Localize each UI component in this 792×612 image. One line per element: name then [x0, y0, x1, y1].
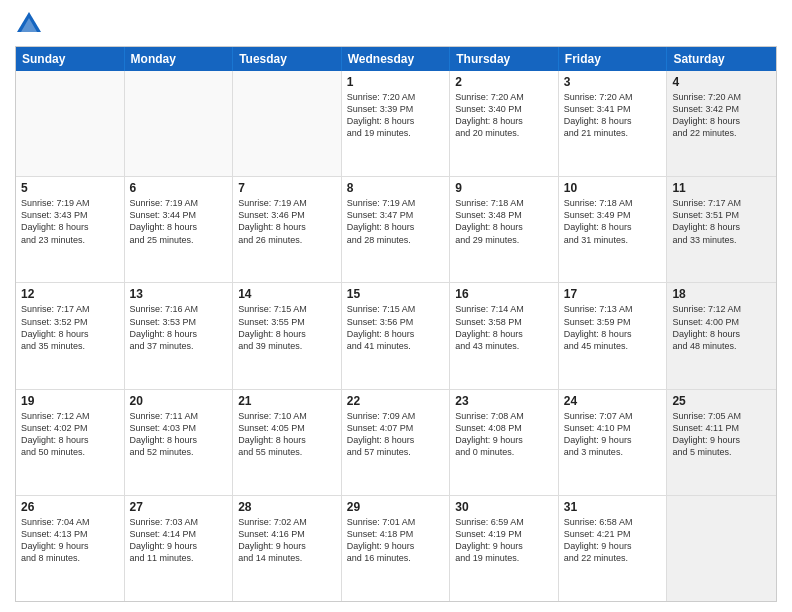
calendar-row-4: 26Sunrise: 7:04 AM Sunset: 4:13 PM Dayli… — [16, 496, 776, 601]
calendar-cell-0-5: 3Sunrise: 7:20 AM Sunset: 3:41 PM Daylig… — [559, 71, 668, 176]
cell-info: Sunrise: 7:03 AM Sunset: 4:14 PM Dayligh… — [130, 516, 228, 565]
cell-info: Sunrise: 7:05 AM Sunset: 4:11 PM Dayligh… — [672, 410, 771, 459]
day-number: 4 — [672, 75, 771, 89]
calendar-cell-3-2: 21Sunrise: 7:10 AM Sunset: 4:05 PM Dayli… — [233, 390, 342, 495]
page-header — [15, 10, 777, 38]
cell-info: Sunrise: 7:16 AM Sunset: 3:53 PM Dayligh… — [130, 303, 228, 352]
cell-info: Sunrise: 7:17 AM Sunset: 3:52 PM Dayligh… — [21, 303, 119, 352]
cell-info: Sunrise: 7:20 AM Sunset: 3:41 PM Dayligh… — [564, 91, 662, 140]
cell-info: Sunrise: 7:02 AM Sunset: 4:16 PM Dayligh… — [238, 516, 336, 565]
day-number: 9 — [455, 181, 553, 195]
cell-info: Sunrise: 7:19 AM Sunset: 3:47 PM Dayligh… — [347, 197, 445, 246]
cell-info: Sunrise: 7:17 AM Sunset: 3:51 PM Dayligh… — [672, 197, 771, 246]
day-number: 8 — [347, 181, 445, 195]
calendar-cell-2-4: 16Sunrise: 7:14 AM Sunset: 3:58 PM Dayli… — [450, 283, 559, 388]
calendar-cell-1-6: 11Sunrise: 7:17 AM Sunset: 3:51 PM Dayli… — [667, 177, 776, 282]
day-number: 10 — [564, 181, 662, 195]
cell-info: Sunrise: 7:11 AM Sunset: 4:03 PM Dayligh… — [130, 410, 228, 459]
cell-info: Sunrise: 7:20 AM Sunset: 3:39 PM Dayligh… — [347, 91, 445, 140]
calendar-cell-0-1 — [125, 71, 234, 176]
day-number: 22 — [347, 394, 445, 408]
cell-info: Sunrise: 7:13 AM Sunset: 3:59 PM Dayligh… — [564, 303, 662, 352]
calendar-cell-0-3: 1Sunrise: 7:20 AM Sunset: 3:39 PM Daylig… — [342, 71, 451, 176]
cell-info: Sunrise: 7:15 AM Sunset: 3:55 PM Dayligh… — [238, 303, 336, 352]
calendar-cell-2-2: 14Sunrise: 7:15 AM Sunset: 3:55 PM Dayli… — [233, 283, 342, 388]
cell-info: Sunrise: 7:07 AM Sunset: 4:10 PM Dayligh… — [564, 410, 662, 459]
day-number: 17 — [564, 287, 662, 301]
header-sunday: Sunday — [16, 47, 125, 71]
calendar-body: 1Sunrise: 7:20 AM Sunset: 3:39 PM Daylig… — [16, 71, 776, 601]
day-number: 18 — [672, 287, 771, 301]
calendar-cell-4-5: 31Sunrise: 6:58 AM Sunset: 4:21 PM Dayli… — [559, 496, 668, 601]
cell-info: Sunrise: 7:19 AM Sunset: 3:44 PM Dayligh… — [130, 197, 228, 246]
logo-icon — [15, 10, 43, 38]
cell-info: Sunrise: 6:58 AM Sunset: 4:21 PM Dayligh… — [564, 516, 662, 565]
calendar-row-3: 19Sunrise: 7:12 AM Sunset: 4:02 PM Dayli… — [16, 390, 776, 496]
calendar-row-1: 5Sunrise: 7:19 AM Sunset: 3:43 PM Daylig… — [16, 177, 776, 283]
day-number: 5 — [21, 181, 119, 195]
day-number: 20 — [130, 394, 228, 408]
calendar-cell-2-1: 13Sunrise: 7:16 AM Sunset: 3:53 PM Dayli… — [125, 283, 234, 388]
calendar-cell-3-4: 23Sunrise: 7:08 AM Sunset: 4:08 PM Dayli… — [450, 390, 559, 495]
cell-info: Sunrise: 7:08 AM Sunset: 4:08 PM Dayligh… — [455, 410, 553, 459]
calendar-cell-2-6: 18Sunrise: 7:12 AM Sunset: 4:00 PM Dayli… — [667, 283, 776, 388]
header-saturday: Saturday — [667, 47, 776, 71]
cell-info: Sunrise: 7:04 AM Sunset: 4:13 PM Dayligh… — [21, 516, 119, 565]
header-friday: Friday — [559, 47, 668, 71]
day-number: 2 — [455, 75, 553, 89]
calendar-cell-0-6: 4Sunrise: 7:20 AM Sunset: 3:42 PM Daylig… — [667, 71, 776, 176]
header-wednesday: Wednesday — [342, 47, 451, 71]
day-number: 31 — [564, 500, 662, 514]
day-number: 19 — [21, 394, 119, 408]
cell-info: Sunrise: 7:15 AM Sunset: 3:56 PM Dayligh… — [347, 303, 445, 352]
day-number: 13 — [130, 287, 228, 301]
day-number: 27 — [130, 500, 228, 514]
calendar-row-0: 1Sunrise: 7:20 AM Sunset: 3:39 PM Daylig… — [16, 71, 776, 177]
cell-info: Sunrise: 7:09 AM Sunset: 4:07 PM Dayligh… — [347, 410, 445, 459]
cell-info: Sunrise: 6:59 AM Sunset: 4:19 PM Dayligh… — [455, 516, 553, 565]
calendar-cell-3-6: 25Sunrise: 7:05 AM Sunset: 4:11 PM Dayli… — [667, 390, 776, 495]
day-number: 1 — [347, 75, 445, 89]
calendar-cell-1-5: 10Sunrise: 7:18 AM Sunset: 3:49 PM Dayli… — [559, 177, 668, 282]
day-number: 7 — [238, 181, 336, 195]
day-number: 24 — [564, 394, 662, 408]
calendar-cell-3-5: 24Sunrise: 7:07 AM Sunset: 4:10 PM Dayli… — [559, 390, 668, 495]
logo — [15, 10, 45, 38]
header-tuesday: Tuesday — [233, 47, 342, 71]
cell-info: Sunrise: 7:01 AM Sunset: 4:18 PM Dayligh… — [347, 516, 445, 565]
calendar-cell-4-1: 27Sunrise: 7:03 AM Sunset: 4:14 PM Dayli… — [125, 496, 234, 601]
cell-info: Sunrise: 7:18 AM Sunset: 3:48 PM Dayligh… — [455, 197, 553, 246]
calendar-cell-0-4: 2Sunrise: 7:20 AM Sunset: 3:40 PM Daylig… — [450, 71, 559, 176]
day-number: 16 — [455, 287, 553, 301]
cell-info: Sunrise: 7:20 AM Sunset: 3:40 PM Dayligh… — [455, 91, 553, 140]
cell-info: Sunrise: 7:12 AM Sunset: 4:02 PM Dayligh… — [21, 410, 119, 459]
calendar-cell-1-3: 8Sunrise: 7:19 AM Sunset: 3:47 PM Daylig… — [342, 177, 451, 282]
calendar-cell-4-0: 26Sunrise: 7:04 AM Sunset: 4:13 PM Dayli… — [16, 496, 125, 601]
cell-info: Sunrise: 7:12 AM Sunset: 4:00 PM Dayligh… — [672, 303, 771, 352]
day-number: 11 — [672, 181, 771, 195]
calendar-cell-1-1: 6Sunrise: 7:19 AM Sunset: 3:44 PM Daylig… — [125, 177, 234, 282]
calendar-cell-3-0: 19Sunrise: 7:12 AM Sunset: 4:02 PM Dayli… — [16, 390, 125, 495]
calendar-cell-4-4: 30Sunrise: 6:59 AM Sunset: 4:19 PM Dayli… — [450, 496, 559, 601]
calendar-cell-0-2 — [233, 71, 342, 176]
calendar-cell-3-1: 20Sunrise: 7:11 AM Sunset: 4:03 PM Dayli… — [125, 390, 234, 495]
day-number: 3 — [564, 75, 662, 89]
cell-info: Sunrise: 7:14 AM Sunset: 3:58 PM Dayligh… — [455, 303, 553, 352]
cell-info: Sunrise: 7:19 AM Sunset: 3:43 PM Dayligh… — [21, 197, 119, 246]
day-number: 12 — [21, 287, 119, 301]
cell-info: Sunrise: 7:19 AM Sunset: 3:46 PM Dayligh… — [238, 197, 336, 246]
calendar-cell-1-4: 9Sunrise: 7:18 AM Sunset: 3:48 PM Daylig… — [450, 177, 559, 282]
day-number: 25 — [672, 394, 771, 408]
day-number: 26 — [21, 500, 119, 514]
calendar-cell-1-0: 5Sunrise: 7:19 AM Sunset: 3:43 PM Daylig… — [16, 177, 125, 282]
day-number: 6 — [130, 181, 228, 195]
calendar-cell-2-5: 17Sunrise: 7:13 AM Sunset: 3:59 PM Dayli… — [559, 283, 668, 388]
calendar-header: SundayMondayTuesdayWednesdayThursdayFrid… — [16, 47, 776, 71]
cell-info: Sunrise: 7:18 AM Sunset: 3:49 PM Dayligh… — [564, 197, 662, 246]
day-number: 29 — [347, 500, 445, 514]
day-number: 21 — [238, 394, 336, 408]
day-number: 30 — [455, 500, 553, 514]
header-monday: Monday — [125, 47, 234, 71]
header-thursday: Thursday — [450, 47, 559, 71]
day-number: 28 — [238, 500, 336, 514]
